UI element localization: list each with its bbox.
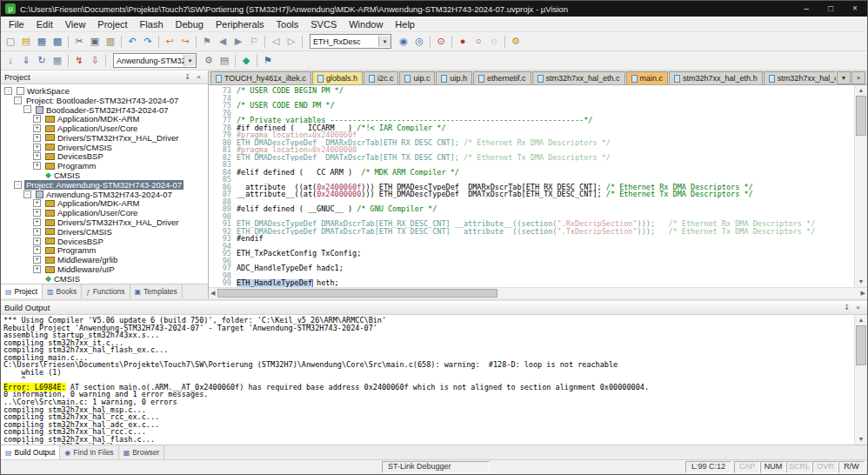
target-select-dropdown-icon[interactable]: ▾: [184, 55, 196, 66]
editor-vertical-scrollbar[interactable]: ▲ ▼: [854, 85, 867, 287]
tree-item[interactable]: +DevicesBSP: [2, 237, 208, 246]
tree-expander-icon[interactable]: -: [4, 87, 12, 95]
load-application-icon[interactable]: ⇩: [87, 53, 103, 68]
menu-peripherals[interactable]: Peripherals: [210, 19, 270, 30]
tree-expander-icon[interactable]: +: [33, 265, 41, 273]
scroll-up-icon[interactable]: ▲: [858, 85, 865, 96]
menu-view[interactable]: View: [59, 19, 92, 30]
bookmark-previous-icon[interactable]: ◀: [215, 34, 230, 49]
find-text-dropdown-icon[interactable]: ▾: [378, 36, 391, 47]
bookmark-next-icon[interactable]: ▶: [230, 34, 246, 49]
file-extensions-icon[interactable]: ▤: [217, 53, 232, 68]
tree-expander-icon[interactable]: +: [33, 134, 41, 142]
manage-run-time-environment-icon[interactable]: ◆: [238, 53, 254, 68]
tab-project[interactable]: ▤Project: [1, 284, 43, 298]
tab-templates[interactable]: ▣Templates: [130, 284, 183, 298]
scroll-down-icon[interactable]: ▼: [858, 277, 865, 287]
cut-icon[interactable]: ✂: [71, 34, 87, 49]
tab-books[interactable]: ▥Books: [43, 284, 82, 298]
tab-build-output[interactable]: ▤Build Output: [1, 445, 60, 459]
new-file-icon[interactable]: ▢: [3, 34, 18, 49]
tree-item[interactable]: +Application/User/Core: [2, 124, 208, 133]
tab-browser[interactable]: ▦Browser: [119, 445, 165, 459]
tree-item[interactable]: -Anwendung-STM32H743-2024-07: [2, 190, 208, 199]
menu-flash[interactable]: Flash: [134, 19, 170, 30]
code-area[interactable]: 73/* USER CODE BEGIN PM */7475/* USER CO…: [209, 85, 854, 287]
tree-item[interactable]: -Project: Bootloader-STM32H743-2024-07: [2, 96, 208, 105]
menu-edit[interactable]: Edit: [30, 19, 59, 30]
tree-expander-icon[interactable]: -: [23, 105, 31, 113]
scroll-down-icon[interactable]: ▼: [858, 434, 865, 445]
tree-expander-icon[interactable]: +: [33, 256, 41, 264]
tree-expander-icon[interactable]: -: [23, 191, 31, 198]
close-button[interactable]: ×: [843, 1, 867, 17]
tab-find-in-files[interactable]: ◉Find In Files: [60, 445, 118, 459]
save-all-icon[interactable]: ▩: [50, 34, 65, 49]
editor-tab[interactable]: i2c.c: [364, 71, 399, 84]
tree-item[interactable]: +Application/User/Core: [2, 208, 208, 217]
tree-item[interactable]: +DevicesBSP: [2, 152, 208, 162]
find-in-files-icon[interactable]: ◉: [396, 34, 411, 49]
tree-item[interactable]: +Drivers/STM32H7xx_HAL_Driver: [2, 217, 208, 227]
menu-help[interactable]: Help: [389, 19, 421, 30]
tab-list-dropdown-icon[interactable]: ▾: [837, 71, 851, 84]
scrollbar-thumb[interactable]: [856, 325, 866, 365]
tree-item[interactable]: +Drivers/CMSIS: [2, 227, 208, 237]
build-icon[interactable]: ⇓: [18, 53, 34, 68]
tree-item[interactable]: ◆CMSIS: [2, 274, 208, 284]
menu-debug[interactable]: Debug: [170, 19, 210, 30]
tree-item[interactable]: +Programm: [2, 246, 208, 256]
paste-icon[interactable]: ▥: [103, 34, 118, 49]
menu-window[interactable]: Window: [343, 19, 389, 30]
tree-item[interactable]: -Project: Anwendung-STM32H743-2024-07: [2, 180, 208, 190]
start-stop-debug-session-icon[interactable]: ⊙: [433, 34, 449, 49]
undo-icon[interactable]: ↶: [124, 34, 140, 49]
rebuild-icon[interactable]: ↻: [34, 53, 50, 68]
tree-item[interactable]: ◆CMSIS: [2, 171, 208, 180]
editor-tab[interactable]: ethernetif.c: [473, 71, 531, 84]
open-file-icon[interactable]: ▤: [18, 34, 34, 49]
navigate-back-icon[interactable]: ↩: [162, 34, 177, 49]
tree-expander-icon[interactable]: +: [33, 246, 41, 254]
tree-expander-icon[interactable]: +: [33, 228, 41, 236]
target-select-combo[interactable]: Anwendung-STM32H743-2024-07 ▾: [113, 53, 197, 68]
editor-tab[interactable]: TOUCH_hy461x_iltek.c: [210, 71, 311, 84]
tree-item[interactable]: -Bootloader-STM32H743-2024-07: [2, 105, 208, 115]
tree-expander-icon[interactable]: -: [14, 181, 22, 189]
copy-icon[interactable]: ▣: [87, 34, 103, 49]
bookmark-clear-all-icon[interactable]: ⚐: [246, 34, 262, 49]
tree-expander-icon[interactable]: +: [33, 238, 41, 245]
find-text-combo[interactable]: ETH_RxDesc ▾: [310, 34, 391, 49]
tree-item[interactable]: +Drivers/STM32H7xx_HAL_Driver: [2, 133, 208, 143]
navigate-forward-icon[interactable]: ↪: [177, 34, 193, 49]
tree-item[interactable]: +Middleware/uIP: [2, 264, 208, 274]
pin-icon[interactable]: ↧: [182, 73, 193, 81]
menu-svcs[interactable]: SVCS: [304, 19, 343, 30]
configure-icon[interactable]: ⚙: [508, 34, 524, 49]
tree-item[interactable]: +Middleware/grlib: [2, 255, 208, 264]
download-icon[interactable]: ↯: [71, 53, 87, 68]
scroll-right-icon[interactable]: ▶: [861, 290, 865, 297]
tab-functions[interactable]: ƒFunctions: [82, 284, 130, 298]
project-flag-icon[interactable]: ⚑: [260, 53, 276, 68]
scrollbar-thumb[interactable]: [217, 289, 497, 298]
editor-tab[interactable]: uip.h: [436, 71, 472, 84]
maximize-button[interactable]: □: [818, 1, 843, 17]
scroll-up-icon[interactable]: ▲: [858, 315, 865, 325]
editor-tab[interactable]: uip.c: [399, 71, 435, 84]
menu-project[interactable]: Project: [91, 19, 133, 30]
tree-expander-icon[interactable]: +: [33, 152, 41, 160]
options-for-target-icon[interactable]: ⚙: [201, 53, 217, 68]
indent-icon[interactable]: ▷: [284, 34, 299, 49]
translate-file-icon[interactable]: ↓: [3, 53, 18, 68]
tree-item[interactable]: -WorkSpace: [2, 86, 208, 96]
tree-expander-icon[interactable]: +: [33, 144, 41, 151]
redo-icon[interactable]: ↷: [140, 34, 156, 49]
bookmark-toggle-icon[interactable]: ⚑: [199, 34, 215, 49]
tree-expander-icon[interactable]: +: [33, 124, 41, 132]
tree-item[interactable]: +Application/MDK-ARM: [2, 199, 208, 209]
editor-tab[interactable]: stm32h7xx_hal_conf.h: [764, 71, 836, 84]
editor-tab[interactable]: main.c: [626, 71, 669, 84]
kill-all-breakpoints-icon[interactable]: ◌: [486, 34, 502, 49]
batch-build-icon[interactable]: ▦: [50, 53, 65, 68]
